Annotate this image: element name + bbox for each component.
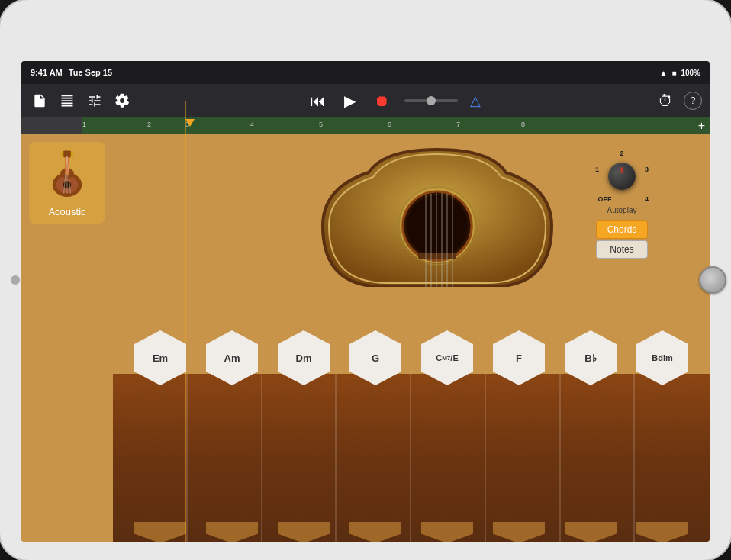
ipad-screen: 9:41 AM Tue Sep 15 ▲ ■ 100% [21, 61, 710, 542]
guitar-icon [40, 148, 94, 201]
chord-am-button[interactable]: Am [206, 330, 258, 385]
marker-1: 1 [82, 121, 86, 128]
marker-2: 2 [147, 121, 151, 128]
svg-point-10 [70, 151, 73, 154]
svg-rect-17 [418, 253, 456, 259]
mode-buttons: Chords Notes [596, 220, 649, 259]
side-button[interactable] [11, 275, 20, 285]
autoplay-label-4: 4 [645, 195, 649, 203]
chord-cm7e-button[interactable]: CM7/E [421, 330, 473, 385]
help-button[interactable]: ? [684, 92, 702, 110]
instrument-card[interactable]: Acoustic [29, 142, 105, 224]
string-row-4[interactable] [113, 465, 710, 467]
autoplay-label-off: OFF [598, 195, 612, 203]
timeline-ruler: 1 2 3 4 5 6 7 8 [21, 117, 710, 134]
status-bar: 9:41 AM Tue Sep 15 ▲ ■ 100% [21, 61, 710, 84]
autoplay-title: Autoplay [607, 206, 637, 214]
controls-area: 2 1 3 OFF 4 Autoplay Chords Notes [595, 150, 649, 259]
strings-container [113, 374, 710, 542]
autoplay-section: 2 1 3 OFF 4 Autoplay [595, 150, 649, 214]
chords-mode-button[interactable]: Chords [596, 220, 649, 239]
marker-5: 5 [319, 121, 323, 128]
add-track-button[interactable]: + [698, 119, 705, 133]
settings-button[interactable] [111, 90, 133, 111]
marker-8: 8 [521, 121, 525, 128]
chord-g-button[interactable]: G [349, 330, 401, 385]
rewind-button[interactable]: ⏮ [308, 89, 329, 113]
volume-slider[interactable] [404, 99, 458, 102]
guitar-body-illustration [308, 134, 567, 287]
bottom-hex [278, 522, 330, 542]
metronome-button[interactable]: ⏱ [655, 89, 676, 113]
chord-bb-button[interactable]: B♭ [565, 330, 617, 385]
chord-dm-button[interactable]: Dm [278, 330, 330, 385]
svg-point-12 [70, 154, 73, 157]
autoplay-label-2: 2 [620, 150, 623, 157]
svg-point-9 [61, 151, 64, 154]
battery-level: 100% [681, 69, 700, 77]
chord-bdim-button[interactable]: Bdim [636, 330, 688, 385]
new-song-button[interactable] [29, 90, 50, 111]
marker-6: 6 [388, 121, 391, 128]
home-button[interactable] [699, 266, 726, 294]
timeline[interactable]: 1 2 3 4 5 6 7 8 + [21, 117, 710, 134]
record-button[interactable]: ⏺ [371, 89, 392, 113]
instrument-name: Acoustic [48, 206, 85, 217]
bottom-hex [206, 522, 258, 542]
string-row-5[interactable] [113, 485, 710, 488]
loop-icon[interactable]: △ [470, 92, 481, 109]
chords-row: Em Am Dm G CM7/E F B♭ Bdim [113, 330, 710, 385]
bottom-hex [636, 522, 688, 542]
toolbar: ⏮ ▶ ⏺ △ ⏱ ? [21, 84, 710, 117]
mixer-button[interactable] [84, 90, 105, 111]
autoplay-knob[interactable] [608, 163, 636, 190]
string-row-6[interactable] [113, 505, 710, 508]
fretboard[interactable] [113, 374, 710, 542]
ipad-frame: 9:41 AM Tue Sep 15 ▲ ■ 100% [0, 0, 731, 560]
bottom-hex [134, 522, 186, 542]
bottom-hex [565, 522, 617, 542]
marker-7: 7 [456, 121, 460, 128]
svg-point-14 [407, 195, 468, 256]
autoplay-label-3: 3 [645, 166, 649, 173]
main-content: Acoustic [21, 134, 710, 542]
wifi-icon: ▲ [659, 69, 667, 77]
status-time: 9:41 AM [31, 68, 63, 77]
playhead-marker [185, 119, 195, 127]
autoplay-knob-container[interactable]: 2 1 3 OFF 4 [595, 150, 649, 203]
string-row-1[interactable] [113, 407, 710, 408]
autoplay-label-1: 1 [595, 166, 599, 173]
chord-f-button[interactable]: F [493, 330, 545, 385]
play-button[interactable]: ▶ [341, 89, 359, 113]
battery-icon: ■ [671, 69, 676, 77]
bottom-hex [421, 522, 473, 542]
string-row-3[interactable] [113, 446, 710, 447]
chord-em-button[interactable]: Em [134, 330, 186, 385]
marker-4: 4 [250, 121, 254, 128]
bottom-decorations [113, 522, 710, 542]
notes-mode-button[interactable]: Notes [596, 240, 649, 259]
guitar-display-area: 2 1 3 OFF 4 Autoplay Chords Notes [113, 134, 710, 542]
string-row-2[interactable] [113, 426, 710, 427]
svg-point-11 [61, 154, 64, 157]
instrument-panel: Acoustic [21, 134, 113, 542]
bottom-hex [493, 522, 545, 542]
status-date: Tue Sep 15 [69, 68, 112, 77]
tracks-button[interactable] [56, 90, 78, 111]
bottom-hex [349, 522, 401, 542]
